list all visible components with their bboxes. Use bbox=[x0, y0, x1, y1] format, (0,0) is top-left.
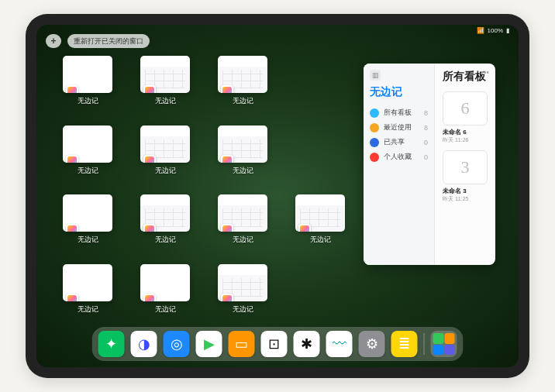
window-thumbnail[interactable]: 无边记 bbox=[60, 126, 115, 184]
thumbnail-preview bbox=[218, 194, 267, 232]
freeform-app-icon bbox=[143, 155, 156, 163]
thumbnail-label: 无边记 bbox=[233, 166, 253, 176]
window-thumbnail[interactable]: 无边记 bbox=[215, 56, 271, 115]
sidebar-toggle-icon[interactable]: ▥ bbox=[370, 70, 381, 81]
window-thumbnail[interactable]: 无边记 bbox=[215, 194, 271, 253]
sidebar-category-item[interactable]: 所有看板 8 bbox=[370, 105, 428, 120]
category-count: 0 bbox=[424, 139, 428, 146]
thumbnail-preview bbox=[218, 56, 267, 93]
thumbnail-preview bbox=[295, 194, 345, 232]
board-date: 昨天 11:25 bbox=[443, 195, 488, 203]
window-thumbnail[interactable]: 无边记 bbox=[292, 194, 348, 253]
window-thumbnail[interactable]: 无边记 bbox=[215, 126, 271, 184]
category-label: 所有看板 bbox=[384, 108, 412, 118]
dock-separator bbox=[424, 333, 425, 355]
thumbnail-preview bbox=[140, 264, 190, 301]
play-app-icon[interactable]: ▶ bbox=[196, 331, 222, 357]
category-count: 8 bbox=[424, 109, 428, 117]
recent-apps-icon[interactable] bbox=[431, 331, 457, 357]
category-icon bbox=[370, 108, 379, 118]
freeform-app-icon bbox=[66, 294, 78, 301]
thumbnail-label: 无边记 bbox=[233, 304, 253, 315]
window-grid: 无边记 无边记 无边记 无边记 无边记 无边记 无边记 无边记 bbox=[60, 56, 348, 322]
settings-app-icon[interactable]: ⚙ bbox=[359, 331, 385, 357]
category-label: 最近使用 bbox=[384, 122, 412, 132]
freeform-app-icon bbox=[298, 224, 311, 232]
freeform-app-icon bbox=[221, 224, 233, 232]
battery-icon: ▮ bbox=[506, 27, 509, 34]
thumbnail-label: 无边记 bbox=[155, 166, 176, 176]
thumbnail-preview bbox=[218, 126, 267, 163]
window-thumbnail[interactable]: 无边记 bbox=[60, 194, 115, 253]
window-thumbnail[interactable]: 无边记 bbox=[137, 194, 193, 253]
more-icon[interactable]: ••• bbox=[481, 68, 489, 77]
ipad-frame: 📶 100% ▮ + 重新打开已关闭的窗口 无边记 无边记 无边记 无边记 无边… bbox=[26, 14, 529, 378]
dock: ✦◑◎▶▭⊡✱〰⚙≣ bbox=[92, 327, 464, 361]
freeform-app-icon bbox=[143, 85, 156, 93]
board-name: 未命名 6 bbox=[443, 128, 488, 136]
board-name: 未命名 3 bbox=[443, 187, 488, 195]
thumbnail-preview bbox=[140, 194, 190, 232]
thumbnail-preview bbox=[140, 56, 190, 93]
thumbnail-label: 无边记 bbox=[78, 166, 98, 176]
panel-sidebar-title: 无边记 bbox=[370, 85, 428, 99]
qqbrowser-hd-app-icon[interactable]: ◎ bbox=[164, 331, 190, 357]
window-thumbnail[interactable]: 无边记 bbox=[137, 126, 193, 184]
freeform-app-icon bbox=[143, 224, 156, 232]
new-window-button[interactable]: + bbox=[46, 34, 61, 48]
freeform-app-icon bbox=[221, 85, 233, 93]
category-label: 已共享 bbox=[384, 137, 405, 147]
wechat-app-icon[interactable]: ✦ bbox=[98, 331, 125, 357]
freeform-app-icon bbox=[66, 85, 78, 93]
window-thumbnail[interactable]: 无边记 bbox=[137, 264, 193, 323]
freeform-app-icon[interactable]: 〰 bbox=[326, 331, 353, 357]
freeform-app-icon bbox=[66, 224, 78, 232]
thumbnail-label: 无边记 bbox=[155, 96, 176, 106]
panel-sidebar: ▥ 无边记 所有看板 8 最近使用 8 已共享 0 个人收藏 0 bbox=[364, 64, 435, 265]
nodes-app-icon[interactable]: ✱ bbox=[294, 331, 320, 357]
freeform-app-icon bbox=[221, 155, 233, 163]
stage: 无边记 无边记 无边记 无边记 无边记 无边记 无边记 无边记 bbox=[60, 56, 495, 322]
thumbnail-label: 无边记 bbox=[155, 235, 176, 245]
category-icon bbox=[370, 138, 379, 147]
sidebar-category-item[interactable]: 最近使用 8 bbox=[370, 120, 428, 135]
thumbnail-preview bbox=[63, 194, 112, 232]
books-app-icon[interactable]: ▭ bbox=[229, 331, 255, 357]
board-item[interactable]: 3 未命名 3 昨天 11:25 bbox=[443, 150, 488, 203]
thumbnail-label: 无边记 bbox=[78, 235, 98, 245]
board-item[interactable]: 6 未命名 6 昨天 11:26 bbox=[443, 91, 488, 144]
window-thumbnail[interactable]: 无边记 bbox=[215, 264, 271, 323]
panel-main: ••• 所有看板 6 未命名 6 昨天 11:263 未命名 3 昨天 11:2… bbox=[435, 64, 495, 265]
thumbnail-label: 无边记 bbox=[155, 304, 176, 315]
window-thumbnail[interactable]: 无边记 bbox=[137, 56, 193, 115]
thumbnail-label: 无边记 bbox=[310, 235, 331, 245]
thumbnail-label: 无边记 bbox=[233, 235, 253, 245]
thumbnail-preview bbox=[140, 126, 190, 163]
window-thumbnail[interactable]: 无边记 bbox=[60, 264, 115, 323]
thumbnail-label: 无边记 bbox=[78, 96, 98, 106]
freeform-app-icon bbox=[221, 294, 233, 301]
sidebar-category-item[interactable]: 个人收藏 0 bbox=[370, 150, 428, 164]
dice-app-icon[interactable]: ⊡ bbox=[261, 331, 288, 357]
wifi-icon: 📶 bbox=[477, 27, 484, 34]
thumbnail-label: 无边记 bbox=[78, 304, 98, 315]
freeform-panel[interactable]: ▥ 无边记 所有看板 8 最近使用 8 已共享 0 个人收藏 0 ••• 所有看… bbox=[364, 64, 495, 265]
battery-label: 100% bbox=[488, 27, 503, 34]
quark-app-icon[interactable]: ◑ bbox=[131, 331, 157, 357]
freeform-app-icon bbox=[143, 294, 156, 301]
notes-app-icon[interactable]: ≣ bbox=[391, 331, 418, 357]
thumbnail-preview bbox=[218, 264, 267, 301]
topbar: + 重新打开已关闭的窗口 bbox=[46, 34, 150, 48]
reopen-closed-window-button[interactable]: 重新打开已关闭的窗口 bbox=[67, 34, 150, 48]
board-preview: 6 bbox=[443, 91, 488, 126]
category-label: 个人收藏 bbox=[384, 152, 412, 162]
board-preview: 3 bbox=[443, 150, 488, 184]
window-thumbnail[interactable]: 无边记 bbox=[60, 56, 115, 115]
category-icon bbox=[370, 153, 379, 162]
board-date: 昨天 11:26 bbox=[443, 136, 488, 144]
sidebar-category-item[interactable]: 已共享 0 bbox=[370, 135, 428, 150]
status-bar: 📶 100% ▮ bbox=[477, 27, 509, 34]
thumbnail-preview bbox=[63, 264, 112, 301]
category-count: 8 bbox=[424, 124, 428, 132]
thumbnail-preview bbox=[63, 126, 112, 163]
